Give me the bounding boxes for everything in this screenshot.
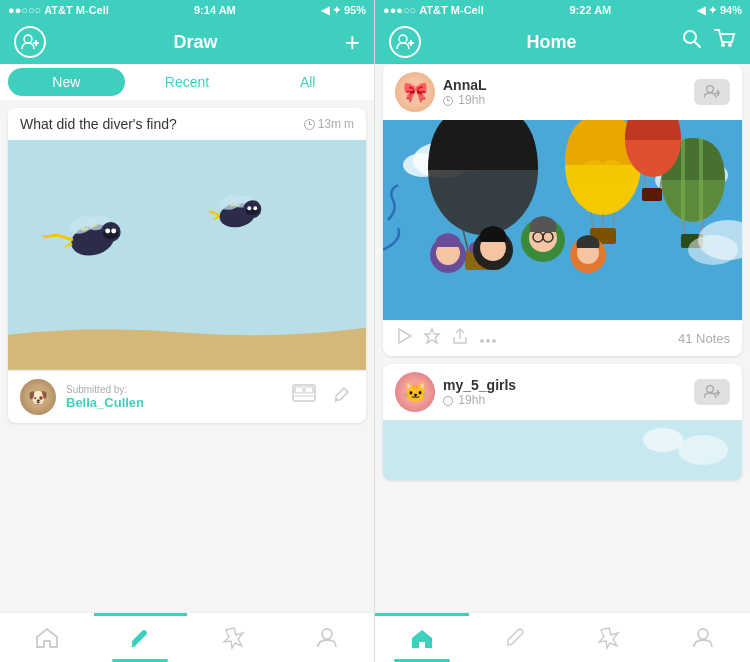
nav-draw[interactable] [94,613,188,662]
clock-icon [304,119,315,130]
svg-rect-20 [305,387,313,393]
post-my5girls: 🐱 my_5_girls 19hh [383,364,742,480]
svg-point-8 [103,229,119,239]
svg-point-22 [399,35,407,43]
post-my5-user-info: 🐱 my_5_girls 19hh [395,372,516,412]
anna-avatar: 🎀 [395,72,435,112]
svg-rect-19 [295,387,303,393]
search-icon[interactable] [682,29,702,55]
svg-point-17 [253,206,257,210]
svg-marker-70 [399,329,411,343]
my5-username[interactable]: my_5_girls [443,377,516,393]
right-status-signal: ●●●○○ AT&T M-Cell [383,4,484,16]
tab-all[interactable]: All [249,68,366,96]
left-panel: ●●○○○ AT&T M-Cell 9:14 AM ◀ ✦ 95% Draw +… [0,0,375,662]
right-nav-explore[interactable] [563,613,657,662]
svg-point-26 [721,43,725,47]
svg-point-28 [707,86,714,93]
anna-time: 19hh [443,93,487,107]
my5-text-info: my_5_girls 19hh [443,377,516,407]
post-anna-user-info: 🎀 AnnaL 19hh [395,72,487,112]
svg-point-69 [688,235,738,265]
post-my5-header: 🐱 my_5_girls 19hh [383,364,742,420]
add-button-icon[interactable]: + [345,27,360,58]
submitter-avatar: 🐶 [20,379,56,415]
svg-point-72 [486,339,490,343]
edit-icon[interactable] [332,384,354,411]
svg-point-25 [684,31,696,43]
svg-point-71 [480,339,484,343]
left-status-time: 9:14 AM [194,4,236,16]
location-icon: ◀ [321,4,329,17]
star-button[interactable] [423,327,441,350]
right-bluetooth-icon: ✦ [708,4,717,17]
right-panel: ●●●○○ AT&T M-Cell 9:22 AM ◀ ✦ 94% Home [375,0,750,662]
right-header: Home [375,20,750,64]
svg-rect-57 [642,188,662,201]
right-nav-profile[interactable] [656,613,750,662]
left-status-signal: ●●○○○ AT&T M-Cell [8,4,109,16]
bluetooth-icon: ✦ [332,4,341,17]
share-button[interactable] [451,327,469,350]
tab-bar: New Recent All [0,64,374,100]
card-footer-actions [292,384,354,411]
svg-point-73 [492,339,496,343]
svg-point-0 [24,35,32,43]
gallery-icon[interactable] [292,384,316,411]
right-header-title: Home [526,32,576,53]
right-location-icon: ◀ [697,4,705,17]
svg-point-27 [728,43,732,47]
svg-point-80 [698,629,708,639]
svg-point-79 [678,435,728,465]
notes-count: 41 Notes [678,331,730,346]
anna-add-friend-button[interactable] [694,79,730,105]
right-carrier-name: AT&T M-Cell [419,4,484,16]
left-header: Draw + [0,20,374,64]
right-signal-dots: ●●●○○ [383,4,416,16]
signal-dots: ●●○○○ [8,4,41,16]
right-add-friend-icon[interactable] [389,26,421,58]
right-status-time: 9:22 AM [570,4,612,16]
nav-profile[interactable] [281,613,375,662]
anna-username[interactable]: AnnaL [443,77,487,93]
right-bottom-nav [375,612,750,662]
my5-avatar: 🐱 [395,372,435,412]
nav-home[interactable] [0,613,94,662]
post-anna: 🎀 AnnaL 19hh [383,64,742,356]
svg-point-78 [643,428,683,452]
draw-card: What did the diver's find? 13mm [8,108,366,423]
svg-point-21 [322,629,332,639]
play-button[interactable] [395,327,413,350]
nav-explore[interactable] [187,613,281,662]
tab-new[interactable]: New [8,68,125,96]
battery-level: 95% [344,4,366,16]
submitted-by-label: Submitted by: [66,384,282,395]
card-question-text: What did the diver's find? [20,116,177,132]
anna-post-actions: 41 Notes [383,320,742,356]
card-time: 13mm [304,117,354,131]
right-nav-home[interactable] [375,613,469,662]
anna-text-info: AnnaL 19hh [443,77,487,107]
left-header-title: Draw [173,32,217,53]
card-footer: 🐶 Submitted by: Bella_Cullen [8,370,366,423]
shopping-cart-icon[interactable] [714,29,736,55]
add-friend-icon[interactable] [14,26,46,58]
my5-time: 19hh [443,393,516,407]
svg-point-9 [105,229,110,234]
right-battery-level: 94% [720,4,742,16]
submitter-username[interactable]: Bella_Cullen [66,395,282,410]
anna-post-image [383,120,742,320]
left-bottom-nav [0,612,374,662]
right-status-battery: ◀ ✦ 94% [697,4,742,17]
carrier-name: AT&T M-Cell [44,4,109,16]
more-button[interactable] [479,328,497,349]
left-status-bar: ●●○○○ AT&T M-Cell 9:14 AM ◀ ✦ 95% [0,0,374,20]
drawing-area [8,140,366,370]
svg-point-74 [707,386,714,393]
right-nav-draw[interactable] [469,613,563,662]
svg-point-16 [247,206,251,210]
right-status-bar: ●●●○○ AT&T M-Cell 9:22 AM ◀ ✦ 94% [375,0,750,20]
my5-add-friend-button[interactable] [694,379,730,405]
tab-recent[interactable]: Recent [129,68,246,96]
svg-point-10 [111,229,116,234]
